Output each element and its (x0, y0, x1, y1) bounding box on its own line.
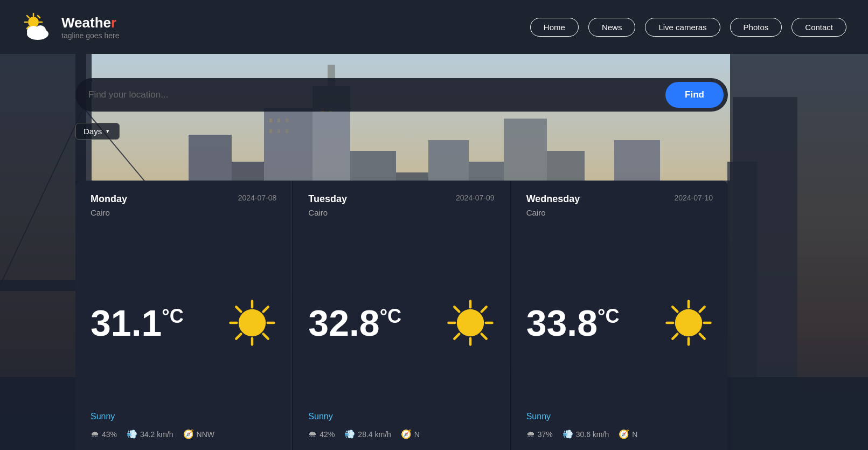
chevron-down-icon: ▾ (106, 128, 109, 135)
svg-rect-36 (269, 119, 272, 122)
svg-line-51 (237, 307, 241, 311)
svg-line-60 (454, 307, 459, 311)
card-wednesday-day: Wednesday (526, 193, 580, 205)
card-tuesday-stats: 🌧 42% 💨 28.4 km/h 🧭 N (308, 429, 494, 439)
svg-line-61 (481, 334, 486, 338)
svg-line-71 (700, 307, 705, 311)
card-monday-temp: 31.1°C (91, 304, 184, 341)
humidity-value-3: 37% (538, 430, 553, 439)
svg-line-62 (481, 307, 486, 311)
svg-rect-43 (0, 54, 86, 450)
card-monday-city: Cairo (91, 208, 276, 217)
wind-dir-stat-3: 🧭 N (619, 429, 637, 439)
wind-value-3: 30.6 km/h (576, 430, 609, 439)
humidity-stat-3: 🌧 37% (526, 430, 553, 439)
card-wednesday-main: 33.8°C (526, 233, 713, 412)
wind-dir-value-2: N (414, 430, 420, 439)
weather-card-tuesday: Tuesday 2024-07-09 Cairo 32.8°C (293, 181, 510, 450)
humidity-value: 43% (102, 430, 117, 439)
svg-line-53 (263, 307, 268, 311)
app-tagline: tagline goes here (61, 31, 119, 40)
humidity-icon: 🌧 (91, 430, 99, 439)
days-label: Days (84, 127, 102, 136)
card-wednesday-header: Wednesday 2024-07-10 (526, 193, 713, 205)
humidity-icon-2: 🌧 (308, 430, 317, 439)
card-wednesday-city: Cairo (526, 208, 713, 217)
days-filter: Days ▾ (75, 123, 120, 140)
card-wednesday-stats: 🌧 37% 💨 30.6 km/h 🧭 N (526, 429, 713, 439)
nav-home[interactable]: Home (530, 18, 579, 37)
wind-dir-value: NNW (197, 430, 214, 439)
wind-dir-stat: 🧭 NNW (183, 429, 214, 439)
compass-icon: 🧭 (183, 429, 194, 439)
wind-stat-3: 💨 30.6 km/h (563, 429, 609, 439)
header: Weather tagline goes here Home News Live… (0, 0, 868, 54)
svg-line-72 (672, 334, 677, 338)
svg-point-46 (239, 309, 266, 336)
card-monday-date: 2024-07-08 (238, 193, 277, 202)
wind-icon: 💨 (127, 429, 137, 439)
card-tuesday-condition: Sunny (308, 412, 494, 421)
logo-area: Weather tagline goes here (22, 12, 119, 42)
card-monday-stats: 🌧 43% 💨 34.2 km/h 🧭 NNW (91, 429, 276, 439)
nav-news[interactable]: News (588, 18, 636, 37)
wind-icon-2: 💨 (344, 429, 355, 439)
card-wednesday-date: 2024-07-10 (674, 193, 713, 202)
weather-card-wednesday: Wednesday 2024-07-10 Cairo 33.8°C (511, 181, 728, 450)
card-monday-header: Monday 2024-07-08 (91, 193, 276, 205)
find-button[interactable]: Find (665, 82, 724, 108)
card-wednesday-condition: Sunny (526, 412, 713, 421)
weather-card-monday: Monday 2024-07-08 Cairo 31.1°C (75, 181, 292, 450)
weather-logo-icon (22, 12, 54, 42)
wind-dir-value-3: N (632, 430, 637, 439)
svg-line-52 (263, 334, 268, 338)
svg-rect-44 (730, 54, 868, 450)
card-tuesday-city: Cairo (308, 208, 494, 217)
card-tuesday-main: 32.8°C (308, 233, 494, 412)
app-name: Weather (61, 15, 119, 31)
svg-point-10 (35, 25, 46, 35)
humidity-icon-3: 🌧 (526, 430, 535, 439)
hero-section: Find Days ▾ Monday 2024-07-08 Cairo 31.1… (0, 54, 868, 450)
svg-rect-38 (286, 119, 288, 122)
humidity-value-2: 42% (320, 430, 335, 439)
card-monday-condition: Sunny (91, 412, 276, 421)
svg-line-70 (700, 334, 705, 338)
svg-line-63 (454, 334, 459, 338)
svg-point-64 (675, 309, 702, 336)
card-wednesday-temp: 33.8°C (526, 304, 620, 341)
search-bar: Find (75, 78, 728, 112)
days-dropdown-button[interactable]: Days ▾ (75, 123, 120, 140)
sunny-icon-3 (664, 299, 713, 347)
wind-stat: 💨 34.2 km/h (127, 429, 173, 439)
wind-value-2: 28.4 km/h (358, 430, 391, 439)
weather-grid: Monday 2024-07-08 Cairo 31.1°C (75, 181, 728, 450)
sunny-icon (228, 299, 276, 347)
svg-rect-41 (286, 129, 288, 133)
nav-live-cameras[interactable]: Live cameras (645, 18, 720, 37)
search-input[interactable] (88, 89, 665, 100)
humidity-stat: 🌧 43% (91, 430, 117, 439)
card-tuesday-day: Tuesday (308, 193, 347, 205)
compass-icon-2: 🧭 (401, 429, 412, 439)
card-monday-main: 31.1°C (91, 233, 276, 412)
card-tuesday-temp: 32.8°C (308, 304, 401, 341)
card-tuesday-header: Tuesday 2024-07-09 (308, 193, 494, 205)
svg-rect-39 (269, 129, 272, 133)
svg-line-69 (672, 307, 677, 311)
logo-text: Weather tagline goes here (61, 15, 119, 40)
svg-rect-40 (277, 129, 280, 133)
svg-rect-37 (277, 119, 280, 122)
nav-contact[interactable]: Contact (791, 18, 846, 37)
wind-stat-2: 💨 28.4 km/h (344, 429, 391, 439)
svg-line-54 (237, 334, 241, 338)
svg-line-5 (27, 16, 29, 18)
main-nav: Home News Live cameras Photos Contact (530, 18, 846, 37)
compass-icon-3: 🧭 (619, 429, 629, 439)
svg-point-55 (456, 309, 483, 336)
card-monday-day: Monday (91, 193, 127, 205)
card-tuesday-date: 2024-07-09 (456, 193, 495, 202)
svg-line-6 (38, 16, 40, 18)
nav-photos[interactable]: Photos (730, 18, 782, 37)
humidity-stat-2: 🌧 42% (308, 430, 335, 439)
